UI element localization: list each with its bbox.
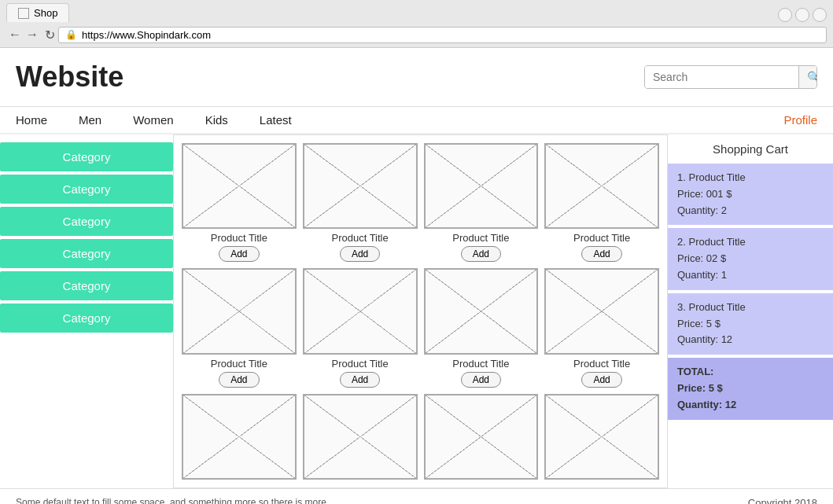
- product-image-5: [182, 268, 297, 354]
- product-card: [544, 394, 659, 480]
- product-card: [303, 394, 418, 480]
- products-grid: Product Title Add Product Title Add Prod…: [182, 143, 659, 480]
- product-title-1: Product Title: [211, 232, 267, 244]
- product-image-1: [182, 143, 297, 229]
- cart-total: TOTAL: Price: 5 $ Quantity: 12: [668, 358, 833, 419]
- search-input[interactable]: [645, 66, 798, 88]
- nav-profile[interactable]: Profile: [783, 113, 817, 127]
- product-image-9: [182, 394, 297, 480]
- product-card: Product Title Add: [424, 143, 539, 262]
- product-title-7: Product Title: [452, 358, 509, 370]
- add-btn-8[interactable]: Add: [581, 372, 621, 388]
- address-icon: 🔒: [65, 29, 77, 40]
- address-bar[interactable]: [82, 29, 820, 41]
- product-title-6: Product Title: [331, 358, 388, 370]
- site-footer: Some default text to fill some space, an…: [0, 488, 833, 504]
- add-btn-2[interactable]: Add: [340, 246, 380, 262]
- product-image-4: [544, 143, 659, 229]
- browser-tab[interactable]: Shop: [6, 3, 69, 22]
- product-title-5: Product Title: [211, 358, 267, 370]
- nav-home[interactable]: Home: [16, 113, 47, 127]
- cart-item-1-title: Product Title: [688, 171, 745, 183]
- cart-item-3-title: Product Title: [688, 301, 745, 313]
- product-image-3: [424, 143, 539, 229]
- search-wrap: 🔍: [644, 65, 817, 89]
- cart-item-3-number: 3.: [677, 301, 686, 313]
- cart-item-3-qty: Quantity: 12: [677, 333, 732, 345]
- back-button[interactable]: ←: [6, 26, 24, 43]
- nav-men[interactable]: Men: [79, 113, 101, 127]
- sidebar: Category Category Category Category Cate…: [0, 134, 173, 488]
- product-title-8: Product Title: [573, 358, 630, 370]
- cart-item-3-price: Price: 5 $: [677, 318, 721, 329]
- add-btn-7[interactable]: Add: [461, 372, 501, 388]
- cart-item-3: 3. Product Title Price: 5 $ Quantity: 12: [668, 293, 833, 355]
- cart-item-2-qty: Quantity: 1: [677, 269, 727, 281]
- cart-title: Shopping Cart: [668, 134, 833, 164]
- product-card: Product Title Add: [303, 268, 418, 387]
- add-btn-1[interactable]: Add: [219, 246, 259, 262]
- forward-button[interactable]: →: [24, 26, 41, 43]
- add-btn-4[interactable]: Add: [581, 246, 621, 262]
- footer-copyright: Copyright 2018: [748, 497, 817, 504]
- product-card: Product Title Add: [424, 268, 539, 387]
- product-image-10: [303, 394, 418, 480]
- cart-total-qty: Quantity: 12: [677, 399, 736, 410]
- refresh-button[interactable]: ↻: [41, 26, 58, 43]
- sidebar-item-3[interactable]: Category: [0, 207, 173, 236]
- cart-item-1-qty: Quantity: 2: [677, 204, 727, 216]
- product-title-3: Product Title: [452, 232, 509, 244]
- tab-icon: [18, 8, 29, 19]
- window-close-btn[interactable]: [813, 8, 827, 22]
- cart-item-2-price: Price: 02 $: [677, 252, 726, 264]
- site-header: Website 🔍: [0, 48, 833, 107]
- tab-label: Shop: [34, 7, 57, 19]
- product-card: Product Title Add: [544, 143, 659, 262]
- sidebar-item-5[interactable]: Category: [0, 271, 173, 300]
- add-btn-5[interactable]: Add: [219, 372, 259, 388]
- product-card: Product Title Add: [182, 143, 297, 262]
- product-card: Product Title Add: [182, 268, 297, 387]
- products-area: Product Title Add Product Title Add Prod…: [173, 134, 668, 488]
- cart-item-1-number: 1.: [677, 171, 686, 183]
- cart-item-2: 2. Product Title Price: 02 $ Quantity: 1: [668, 228, 833, 289]
- cart-item-2-number: 2.: [677, 236, 686, 248]
- product-card: [182, 394, 297, 480]
- product-card: Product Title Add: [544, 268, 659, 387]
- product-image-12: [544, 394, 659, 480]
- window-maximize-btn[interactable]: [795, 8, 809, 22]
- product-card: [424, 394, 539, 480]
- main-layout: Category Category Category Category Cate…: [0, 134, 833, 488]
- nav-women[interactable]: Women: [133, 113, 173, 127]
- sidebar-item-2[interactable]: Category: [0, 175, 173, 204]
- cart-item-1: 1. Product Title Price: 001 $ Quantity: …: [668, 164, 833, 225]
- cart-item-2-title: Product Title: [688, 236, 745, 248]
- search-button[interactable]: 🔍: [798, 66, 817, 88]
- product-image-6: [303, 268, 418, 354]
- product-image-2: [303, 143, 418, 229]
- product-image-8: [544, 268, 659, 354]
- window-minimize-btn[interactable]: [778, 8, 792, 22]
- add-btn-6[interactable]: Add: [340, 372, 380, 388]
- cart-panel: Shopping Cart 1. Product Title Price: 00…: [668, 134, 833, 488]
- product-image-7: [424, 268, 539, 354]
- product-title-4: Product Title: [573, 232, 630, 244]
- product-image-11: [424, 394, 539, 480]
- site-nav: Home Men Women Kids Latest Profile: [0, 107, 833, 134]
- nav-links: Home Men Women Kids Latest: [16, 113, 783, 127]
- add-btn-3[interactable]: Add: [461, 246, 501, 262]
- cart-total-price: Price: 5 $: [677, 382, 723, 394]
- sidebar-item-4[interactable]: Category: [0, 239, 173, 268]
- site-title: Website: [16, 61, 123, 94]
- sidebar-item-6[interactable]: Category: [0, 304, 173, 333]
- nav-latest[interactable]: Latest: [260, 113, 292, 127]
- product-title-2: Product Title: [331, 232, 388, 244]
- cart-item-1-price: Price: 001 $: [677, 188, 732, 200]
- cart-total-label: TOTAL:: [677, 366, 713, 377]
- sidebar-item-1[interactable]: Category: [0, 142, 173, 171]
- product-card: Product Title Add: [303, 143, 418, 262]
- nav-kids[interactable]: Kids: [205, 113, 228, 127]
- footer-text: Some default text to fill some space, an…: [16, 497, 330, 504]
